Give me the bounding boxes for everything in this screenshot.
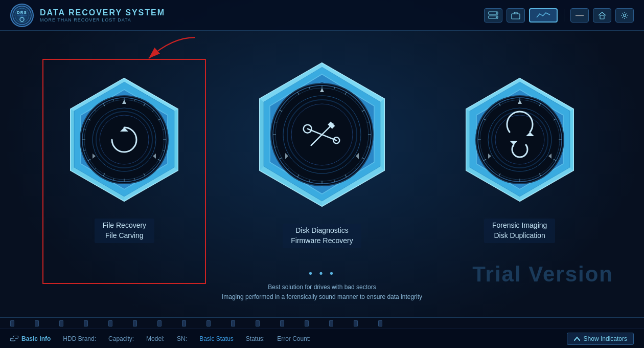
svg-marker-66: [260, 99, 264, 170]
svg-point-12: [624, 14, 626, 16]
file-recovery-line1: File Recovery: [103, 221, 147, 231]
show-indicators-button[interactable]: Show Indicators: [567, 333, 634, 345]
model-label: Model:: [146, 335, 165, 342]
disk-slot-11: [256, 320, 260, 327]
disk-slot-15: [354, 320, 358, 327]
description-area: • • • Best solution for drives with bad …: [194, 268, 450, 302]
forensic-imaging-line2: Disk Duplication: [492, 231, 547, 241]
file-recovery-module[interactable]: File Recovery File Carving: [58, 74, 191, 243]
basic-info-label: Basic Info: [21, 335, 51, 342]
disk-slot-5: [108, 320, 112, 327]
main-content: File Recovery File Carving: [0, 31, 644, 297]
disk-diagnostics-line1: Disk Diagnostics: [291, 226, 353, 236]
disk-slot-8: [182, 320, 186, 327]
file-recovery-label: File Recovery File Carving: [95, 219, 155, 243]
error-count-area: Error Count:: [277, 335, 310, 342]
status-label: Status:: [246, 335, 265, 342]
svg-point-56: [100, 115, 149, 164]
forensic-imaging-module[interactable]: Forensic Imaging Disk Duplication: [453, 74, 586, 243]
disk-slot-7: [157, 320, 162, 327]
svg-marker-113: [466, 109, 470, 170]
status-info-row: Basic Info HDD Brand: Capacity: Model: S…: [0, 329, 644, 348]
disk-slot-13: [305, 320, 309, 327]
app-subtitle: MORE THAN RECOVER LOST DATA: [40, 17, 165, 23]
svg-marker-110: [570, 109, 573, 170]
link-icon-area: Basic Info: [10, 335, 51, 342]
svg-rect-10: [512, 14, 520, 19]
briefcase-button[interactable]: [507, 8, 525, 23]
model-area: Model:: [146, 335, 165, 342]
sn-area: SN:: [177, 335, 187, 342]
app-title: DATA RECOVERY SYSTEM: [40, 8, 165, 17]
logo-text: DATA RECOVERY SYSTEM MORE THAN RECOVER L…: [40, 8, 165, 23]
drives-button[interactable]: [484, 8, 502, 23]
basic-status-label: Basic Status: [199, 335, 234, 342]
disk-diagnostics-line2: Firmware Recovery: [291, 236, 353, 246]
disk-slot-6: [133, 320, 137, 327]
forensic-imaging-line1: Forensic Imaging: [492, 221, 547, 231]
description-line1: Best solution for drives with bad sector…: [194, 282, 450, 292]
disk-slot-9: [206, 320, 211, 327]
chevron-up-icon: [573, 335, 581, 342]
status-bar: Basic Info HDD Brand: Capacity: Model: S…: [0, 317, 644, 348]
minimize-button[interactable]: —: [570, 8, 589, 23]
disk-slot-14: [329, 320, 333, 327]
arrow-annotation: [102, 33, 204, 76]
svg-marker-22: [71, 109, 74, 170]
basic-status-area: Basic Status: [199, 335, 234, 342]
svg-point-8: [496, 12, 497, 13]
disk-diagnostics-module[interactable]: Disk Diagnostics Firmware Recovery: [245, 59, 399, 248]
forensic-imaging-label: Forensic Imaging Disk Duplication: [484, 219, 555, 243]
header-divider: [564, 9, 564, 21]
disk-slot-2: [35, 320, 39, 327]
status-area: Status:: [246, 335, 265, 342]
error-count-label: Error Count:: [277, 335, 310, 342]
chart-button[interactable]: [529, 8, 558, 23]
disk-slot-12: [280, 320, 284, 327]
capacity-area: Capacity:: [108, 335, 134, 342]
disk-slot-4: [84, 320, 88, 327]
disk-slot-3: [59, 320, 63, 327]
show-indicators-label: Show Indicators: [584, 335, 627, 342]
disk-slots-row: [0, 318, 644, 329]
link-icon: [10, 336, 18, 342]
disk-diagnostics-hex: [245, 59, 399, 217]
disk-diagnostics-label: Disk Diagnostics Firmware Recovery: [283, 224, 361, 248]
disk-slot-1: [10, 320, 14, 327]
forensic-imaging-hex: [453, 74, 586, 212]
hdd-brand-area: HDD Brand:: [63, 335, 96, 342]
minimize-icon: —: [576, 11, 584, 20]
capacity-label: Capacity:: [108, 335, 134, 342]
description-line2: Imaging performed in a forensically soun…: [194, 292, 450, 302]
disk-slot-10: [231, 320, 235, 327]
svg-point-9: [496, 16, 497, 17]
sn-label: SN:: [177, 335, 187, 342]
svg-marker-63: [380, 99, 384, 170]
trial-version-text: Trial Version: [472, 262, 613, 287]
hdd-brand-label: HDD Brand:: [63, 335, 96, 342]
settings-button[interactable]: [615, 8, 634, 23]
svg-marker-19: [174, 109, 178, 170]
svg-rect-11: [600, 15, 604, 19]
dots-decoration: • • •: [194, 268, 450, 279]
file-recovery-line2: File Carving: [103, 231, 147, 241]
home-button[interactable]: [593, 8, 611, 23]
header: DRS DATA RECOVERY SYSTEM MORE THAN RECOV…: [0, 0, 644, 31]
logo-area: DRS DATA RECOVERY SYSTEM MORE THAN RECOV…: [10, 4, 165, 27]
logo-icon: DRS: [10, 4, 34, 27]
disk-slot-16: [378, 320, 382, 327]
file-recovery-hex: [58, 74, 191, 212]
header-controls: —: [484, 8, 634, 23]
